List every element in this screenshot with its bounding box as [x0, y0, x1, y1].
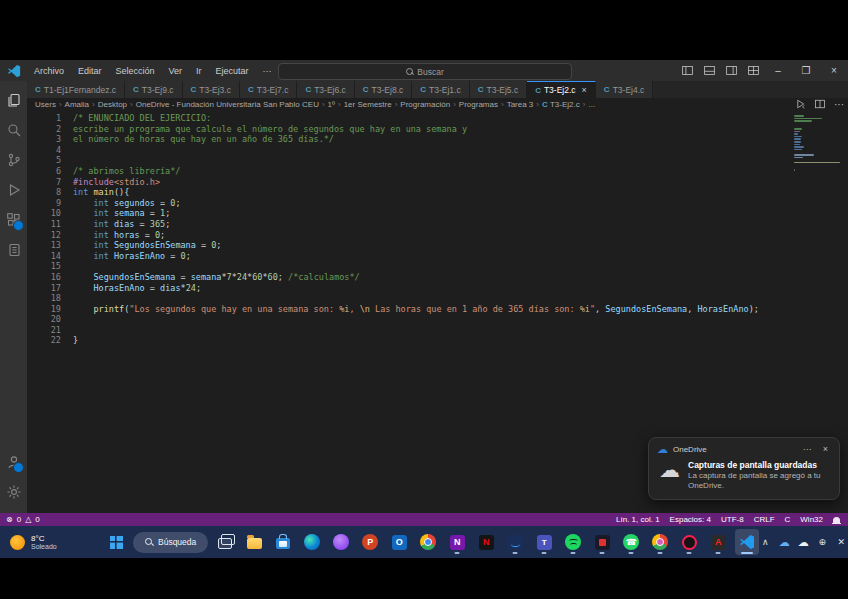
tab-T3-Ej1.c[interactable]: CT3-Ej1.c — [412, 81, 469, 98]
notification-close-icon[interactable]: × — [820, 444, 831, 454]
close-button[interactable]: × — [820, 60, 848, 81]
notebook-icon[interactable] — [0, 235, 27, 265]
breadcrumb-item[interactable]: 1º — [328, 100, 335, 109]
tab-T3-Ej7.c[interactable]: CT3-Ej7.c — [240, 81, 297, 98]
start-button[interactable] — [104, 529, 128, 555]
taskbar-search[interactable]: Búsqueda — [133, 532, 208, 553]
split-editor-icon[interactable] — [814, 98, 826, 110]
running-indicator — [571, 552, 576, 554]
status-item[interactable]: Lín. 1, col. 1 — [616, 515, 660, 524]
menu-editar[interactable]: Editar — [71, 60, 109, 81]
menu-seleccin[interactable]: Selección — [109, 60, 162, 81]
breadcrumb-item[interactable]: Programación — [400, 100, 450, 109]
errors-count[interactable]: 0 — [17, 515, 21, 524]
source-control-icon[interactable] — [0, 145, 27, 175]
tab-T3-Ej2.c[interactable]: CT3-Ej2.c× — [527, 81, 596, 98]
warnings-count[interactable]: 0 — [35, 515, 39, 524]
taskbar-app-outlook[interactable]: O — [387, 529, 411, 555]
account-icon[interactable] — [0, 447, 27, 477]
task-view-icon — [218, 538, 232, 549]
status-item[interactable]: Win32 — [800, 515, 823, 524]
breadcrumb-item[interactable]: 1er Semestre — [344, 100, 392, 109]
extensions-icon[interactable] — [0, 205, 27, 235]
menu-ir[interactable]: Ir — [189, 60, 209, 81]
minimap[interactable] — [794, 115, 842, 171]
line-number: 15 — [27, 261, 73, 272]
breadcrumb-item[interactable]: C T3-Ej2.c — [542, 100, 580, 109]
status-bar: ⊗ 0 △ 0 Lín. 1, col. 1Espacios: 4UTF-8CR… — [0, 513, 848, 526]
more-actions-icon[interactable]: ··· — [834, 99, 844, 110]
status-item[interactable]: Espacios: 4 — [670, 515, 711, 524]
files-icon[interactable] — [0, 85, 27, 115]
status-item[interactable]: CRLF — [754, 515, 775, 524]
taskbar-app-microsoft-store[interactable] — [271, 529, 295, 555]
status-item[interactable]: C — [785, 515, 791, 524]
powerpoint-icon: P — [362, 534, 378, 550]
taskbar-app-powerpoint[interactable]: P — [358, 529, 382, 555]
volume-muted-icon[interactable]: ✕ — [835, 537, 847, 547]
cloud-icon: ☁ — [659, 460, 680, 480]
errors-icon[interactable]: ⊗ — [6, 515, 13, 524]
onenote-icon: N — [450, 535, 465, 550]
taskbar-app-chrome-profile[interactable] — [648, 529, 672, 555]
taskbar-app-chrome[interactable] — [416, 529, 440, 555]
close-tab-icon[interactable]: × — [582, 85, 587, 95]
breadcrumb-item[interactable]: Tarea 3 — [507, 100, 534, 109]
taskbar-app-prime-video[interactable] — [503, 529, 527, 555]
tab-T3-Ej9.c[interactable]: CT3-Ej9.c — [125, 81, 182, 98]
taskbar-app-netflix[interactable]: N — [474, 529, 498, 555]
taskbar-app-whatsapp[interactable]: ☎ — [619, 529, 643, 555]
cloud-icon[interactable]: ☁ — [797, 536, 809, 549]
command-search-box[interactable]: Buscar — [278, 63, 572, 80]
customize-layout-icon[interactable] — [742, 60, 764, 81]
tab-T3-Ej3.c[interactable]: CT3-Ej3.c — [183, 81, 240, 98]
taskbar-app-edge[interactable] — [300, 529, 324, 555]
weather-widget[interactable]: 8°C Soleado — [0, 534, 104, 551]
search-icon[interactable] — [0, 115, 27, 145]
run-file-button[interactable] — [794, 98, 806, 110]
chevron-up-icon[interactable]: ∧ — [759, 537, 771, 547]
notifications-bell-icon[interactable] — [833, 517, 840, 523]
warnings-icon[interactable]: △ — [25, 515, 31, 524]
tab-T3-Ej8.c[interactable]: CT3-Ej8.c — [355, 81, 412, 98]
taskbar-app-vscode[interactable] — [735, 529, 759, 555]
taskbar-app-onenote[interactable]: N — [445, 529, 469, 555]
code-text: HorasEnAno = dias*24; — [73, 283, 201, 294]
tab-T3-Ej5.c[interactable]: CT3-Ej5.c — [470, 81, 527, 98]
minimize-button[interactable]: – — [764, 60, 792, 81]
code-line: 21 — [27, 325, 759, 336]
toggle-secondary-sidebar-icon[interactable] — [720, 60, 742, 81]
tab-T3-Ej6.c[interactable]: CT3-Ej6.c — [297, 81, 354, 98]
onedrive-cloud-icon[interactable]: ☁ — [778, 536, 790, 549]
breadcrumb-item[interactable]: ... — [588, 100, 595, 109]
menu-ver[interactable]: Ver — [162, 60, 190, 81]
taskbar-app-spotify[interactable] — [561, 529, 585, 555]
breadcrumb-item[interactable]: Users — [35, 100, 56, 109]
taskbar-app-teams[interactable]: T — [532, 529, 556, 555]
run-debug-icon[interactable] — [0, 175, 27, 205]
taskbar-app-file-explorer[interactable] — [242, 529, 266, 555]
taskbar-app-media[interactable] — [590, 529, 614, 555]
taskbar-app-acrobat[interactable]: A — [706, 529, 730, 555]
taskbar-app-opera-gx[interactable] — [677, 529, 701, 555]
menu-ejecutar[interactable]: Ejecutar — [209, 60, 256, 81]
breadcrumb-item[interactable]: Programas — [459, 100, 498, 109]
notification-more-icon[interactable]: ··· — [800, 444, 815, 454]
toggle-sidebar-icon[interactable] — [676, 60, 698, 81]
line-number: 21 — [27, 325, 73, 336]
status-item[interactable]: UTF-8 — [721, 515, 744, 524]
taskbar-app-task-view[interactable] — [213, 529, 237, 555]
breadcrumb-item[interactable]: OneDrive - Fundación Universitaria San P… — [136, 100, 319, 109]
menu-archivo[interactable]: Archivo — [27, 60, 71, 81]
onedrive-notification[interactable]: ☁ OneDrive ··· × ☁ Capturas de pantalla … — [648, 437, 840, 500]
network-icon[interactable]: ⊕ — [816, 537, 828, 547]
toggle-panel-icon[interactable] — [698, 60, 720, 81]
restore-button[interactable]: ❐ — [792, 60, 820, 81]
breadcrumb-item[interactable]: Desktop — [98, 100, 127, 109]
breadcrumb-item[interactable]: Amalia — [65, 100, 89, 109]
menu-[interactable]: ··· — [256, 60, 279, 81]
taskbar-app-clipchamp[interactable] — [329, 529, 353, 555]
tab-T1-Ej1Fernandez.c[interactable]: CT1-Ej1Fernandez.c — [27, 81, 125, 98]
settings-icon[interactable] — [0, 477, 27, 507]
tab-T3-Ej4.c[interactable]: CT3-Ej4.c — [596, 81, 653, 98]
